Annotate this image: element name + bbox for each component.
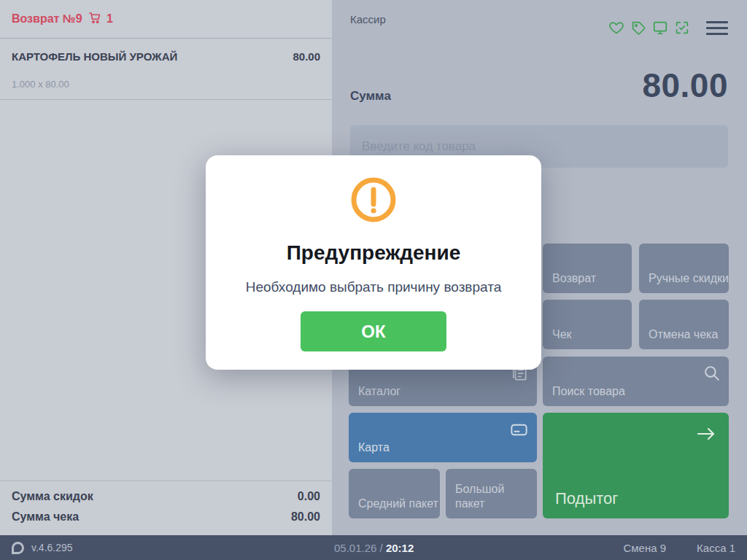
return-button-label: Возврат <box>552 271 596 286</box>
discount-sum-value: 0.00 <box>298 490 320 503</box>
big-bag-button[interactable]: Большой пакет <box>446 469 537 518</box>
cancel-check-label: Отмена чека <box>649 327 718 342</box>
heart-icon[interactable] <box>608 20 624 36</box>
app-logo-icon <box>12 542 24 554</box>
item-price: 80.00 <box>293 50 320 63</box>
check-button-label: Чек <box>552 327 572 342</box>
status-separator: / <box>376 542 386 554</box>
receipt-title: Возврат №9 <box>12 12 82 26</box>
subtotal-button-label: Подытог <box>555 489 618 509</box>
item-name: КАРТОФЕЛЬ НОВЫЙ УРОЖАЙ <box>12 50 177 63</box>
scan-check-icon[interactable] <box>674 20 690 36</box>
app-version: v.4.6.295 <box>31 542 73 553</box>
cancel-check-button[interactable]: Отмена чека <box>639 300 729 349</box>
receipt-header: Возврат №9 1 <box>0 0 332 39</box>
receipt-summary: Сумма скидок 0.00 Сумма чека 80.00 <box>0 481 332 531</box>
card-icon <box>509 420 529 443</box>
ok-button[interactable]: ОК <box>301 311 446 351</box>
pos-app: Возврат №9 1 КАРТОФЕЛЬ НОВЫЙ УРОЖАЙ 80.0… <box>0 0 747 560</box>
discount-sum-label: Сумма скидок <box>12 490 93 503</box>
subtotal-button[interactable]: Подытог <box>543 413 729 518</box>
check-sum-row: Сумма чека 80.00 <box>12 510 320 524</box>
item-quantity-line: 1.000 x 80.00 <box>12 79 69 90</box>
tag-icon[interactable] <box>630 20 646 36</box>
search-icon <box>703 364 721 386</box>
check-sum-value: 80.00 <box>291 510 320 524</box>
status-datetime: 05.01.26 / 20:12 <box>334 542 414 554</box>
medium-bag-button[interactable]: Средний пакет <box>349 469 440 518</box>
return-button[interactable]: Возврат <box>543 244 632 293</box>
status-right: Смена 9 Касса 1 <box>623 542 735 554</box>
modal-message: Необходимо выбрать причину возврата <box>206 279 541 295</box>
register-label: Касса 1 <box>697 542 735 554</box>
sum-label: Сумма <box>350 89 391 104</box>
medium-bag-label: Средний пакет <box>358 497 438 511</box>
cart-icon <box>88 11 101 27</box>
card-button[interactable]: Карта <box>349 413 537 462</box>
status-bar: v.4.6.295 05.01.26 / 20:12 Смена 9 Касса… <box>0 535 747 560</box>
card-button-label: Карта <box>358 440 390 455</box>
check-button[interactable]: Чек <box>543 300 632 349</box>
modal-title: Предупреждение <box>206 241 541 265</box>
receipt-item-row[interactable]: КАРТОФЕЛЬ НОВЫЙ УРОЖАЙ 80.00 1.000 x 80.… <box>0 39 332 100</box>
warning-icon <box>350 176 397 226</box>
toolbar-icons <box>608 20 728 36</box>
status-left: v.4.6.295 <box>0 542 73 554</box>
arrow-right-icon <box>695 424 717 448</box>
manual-discounts-button[interactable]: Ручные скидки <box>639 244 729 293</box>
manual-discounts-label: Ручные скидки <box>649 271 729 286</box>
catalog-button-label: Каталог <box>358 384 400 399</box>
search-product-label: Поиск товара <box>552 384 625 399</box>
search-product-button[interactable]: Поиск товара <box>543 357 729 406</box>
status-time: 20:12 <box>386 542 414 554</box>
status-date: 05.01.26 <box>334 542 376 554</box>
menu-icon[interactable] <box>706 20 728 36</box>
warning-modal: Предупреждение Необходимо выбрать причин… <box>206 155 541 370</box>
sum-value: 80.00 <box>642 66 728 105</box>
check-sum-label: Сумма чека <box>12 510 79 524</box>
monitor-icon[interactable] <box>652 20 668 36</box>
cart-indicator[interactable]: 1 <box>88 11 113 27</box>
discount-sum-row: Сумма скидок 0.00 <box>12 490 320 503</box>
big-bag-label: Большой пакет <box>455 482 537 511</box>
cart-count: 1 <box>107 12 113 26</box>
cashier-label: Кассир <box>350 13 386 26</box>
shift-label: Смена 9 <box>623 542 666 554</box>
